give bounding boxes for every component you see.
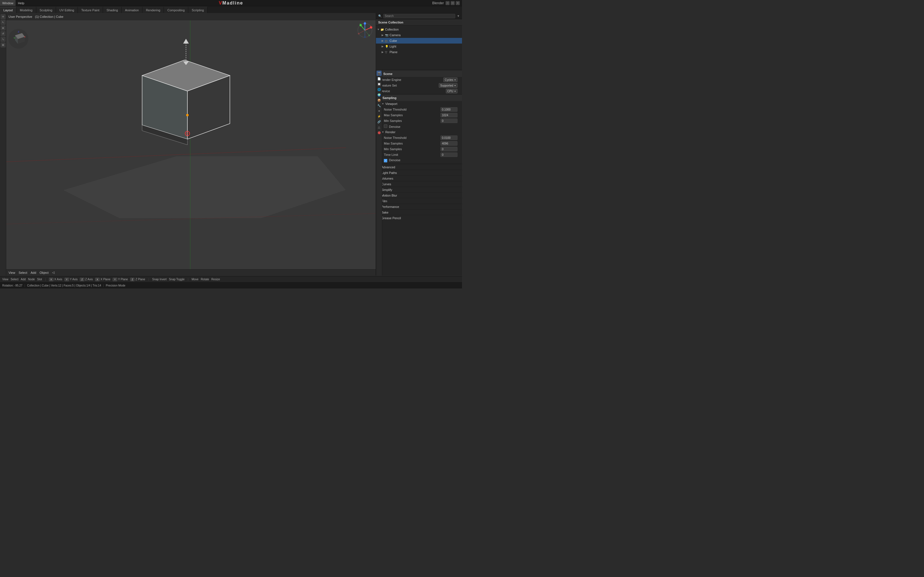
tab-rendering[interactable]: Rendering	[142, 7, 164, 13]
render-engine-row: Render Engine Cycles ▼	[376, 77, 462, 82]
y-plane-key[interactable]: Y	[113, 278, 117, 281]
cursor-tool[interactable]: ✛	[0, 14, 6, 19]
feature-set-row: Feature Set Supported ▼	[376, 82, 462, 88]
render-denoise-checkbox[interactable]: ✓	[384, 159, 387, 162]
collapse-arrow[interactable]: ◁	[52, 271, 54, 274]
curves-label: Curves	[381, 182, 391, 186]
rotate-tool[interactable]: ↺	[0, 31, 6, 36]
tree-item-collection[interactable]: ▼ 📁 Collection	[376, 27, 462, 32]
prop-icon-render[interactable]: 🎬	[376, 71, 381, 76]
film-section[interactable]: ▶ Film	[376, 198, 462, 204]
prop-icon-view-layer[interactable]: 🔲	[376, 81, 381, 87]
keymap-snap-invert: Snap Invert	[152, 278, 167, 281]
grease-pencil-section[interactable]: ▶ Grease Pencil	[376, 215, 462, 221]
tab-sculpting[interactable]: Sculpting	[36, 7, 56, 13]
prop-icon-world[interactable]: 🌍	[376, 92, 381, 97]
tab-animation[interactable]: Animation	[122, 7, 143, 13]
motion-blur-section[interactable]: ▶ Motion Blur	[376, 192, 462, 198]
viewport-3d[interactable]: X Y Z	[6, 20, 376, 276]
render-denoise-row[interactable]: ✓ Denoise	[380, 158, 462, 163]
camera-label: Camera	[389, 33, 401, 37]
viewport-collection: (1) Collection | Cube	[35, 15, 63, 18]
simplify-label: Simplify	[381, 188, 393, 192]
light-paths-section[interactable]: ▶ Light Paths	[376, 170, 462, 176]
object-menu[interactable]: Object	[40, 271, 49, 274]
menu-help[interactable]: Help	[16, 0, 27, 6]
simplify-section[interactable]: ▶ Simplify	[376, 187, 462, 192]
prop-icon-output[interactable]: 📄	[376, 76, 381, 81]
tab-shading[interactable]: Shading	[103, 7, 121, 13]
x-plane-key[interactable]: X	[95, 278, 100, 281]
prop-icon-scene[interactable]: 🌐	[376, 87, 381, 92]
device-dropdown[interactable]: CPU ▼	[446, 89, 457, 93]
viewport-denoise-checkbox[interactable]	[384, 124, 387, 128]
top-menubar: Window Help VMadline Blender ─ □ ×	[0, 0, 462, 6]
tab-layout[interactable]: Layout	[0, 7, 16, 13]
prop-icon-object-data[interactable]: △	[376, 124, 381, 129]
bake-section[interactable]: ▶ Bake	[376, 209, 462, 215]
cube-icon: ◻	[385, 39, 389, 42]
select-tool[interactable]: ↖	[0, 20, 6, 25]
viewport-min-samples-input[interactable]	[441, 119, 457, 123]
advanced-section[interactable]: ▶ Advanced	[376, 164, 462, 170]
viewport-max-samples-input[interactable]	[441, 113, 457, 118]
menu-window[interactable]: Window	[0, 0, 16, 6]
select-menu[interactable]: Select	[19, 271, 27, 274]
z-plane-key[interactable]: Z	[130, 278, 135, 281]
minimize-button[interactable]: ─	[446, 1, 449, 5]
render-denoise-label: ✓ Denoise	[384, 158, 400, 162]
tab-modeling[interactable]: Modeling	[16, 7, 36, 13]
x-key[interactable]: X	[49, 278, 53, 281]
z-key[interactable]: Z	[80, 278, 84, 281]
viewport-sub-header[interactable]: ▼ Viewport	[380, 101, 462, 106]
render-engine-dropdown[interactable]: Cycles ▼	[443, 77, 457, 82]
tree-item-plane[interactable]: ▶ ▽ Plane	[376, 49, 462, 55]
viewport-denoise-row[interactable]: Denoise	[380, 124, 462, 129]
sampling-section-header[interactable]: ▼ Sampling	[376, 95, 462, 101]
volumes-section[interactable]: ▶ Volumes	[376, 176, 462, 181]
tree-item-camera[interactable]: ▶ 📷 Camera	[376, 32, 462, 38]
move-tool[interactable]: ⊕	[0, 26, 6, 31]
render-sub-header[interactable]: ▼ Render	[380, 129, 462, 135]
close-button[interactable]: ×	[456, 1, 460, 5]
add-menu[interactable]: Add	[31, 271, 36, 274]
tab-scripting[interactable]: Scripting	[188, 7, 207, 13]
prop-icon-physics[interactable]: ⚡	[376, 114, 381, 119]
prop-icon-constraints[interactable]: 🔗	[376, 119, 381, 124]
tab-compositing[interactable]: Compositing	[164, 7, 188, 13]
view-gizmo[interactable]: X Y Z	[356, 22, 373, 39]
grease-pencil-label: Grease Pencil	[381, 216, 401, 220]
render-time-limit-input[interactable]	[441, 152, 457, 157]
scale-tool[interactable]: ⤡	[0, 37, 6, 42]
tree-item-light[interactable]: ▶ 💡 Light	[376, 44, 462, 49]
render-engine-label: Render Engine	[380, 78, 401, 81]
cube-arrow: ▶	[381, 39, 385, 42]
prop-icon-object[interactable]: 📦	[376, 98, 381, 103]
curves-section[interactable]: ▶ Curves	[376, 181, 462, 187]
render-max-samples-input[interactable]	[441, 141, 457, 146]
render-noise-threshold-input[interactable]	[441, 135, 457, 140]
outliner-filter-icon[interactable]: ▼	[457, 15, 460, 18]
tab-texture-paint[interactable]: Texture Paint	[78, 7, 103, 13]
prop-icon-modifier[interactable]: 🔧	[376, 103, 381, 108]
maximize-button[interactable]: □	[451, 1, 455, 5]
render-min-samples-input[interactable]	[441, 147, 457, 152]
feature-set-dropdown[interactable]: Supported ▼	[439, 83, 457, 88]
prop-icon-material[interactable]: ⬤	[376, 130, 381, 135]
performance-section[interactable]: ▶ Performance	[376, 204, 462, 209]
workspace-tabs: Layout Modeling Sculpting UV Editing Tex…	[0, 6, 462, 13]
device-row: Device CPU ▼	[376, 88, 462, 94]
prop-icon-particles[interactable]: ✦	[376, 108, 381, 113]
viewport-noise-threshold-input[interactable]	[441, 107, 457, 112]
keymap-xaxis: X X Axis	[49, 278, 62, 281]
outliner-search[interactable]: Search	[383, 14, 455, 18]
light-label: Light	[389, 45, 396, 48]
viewport[interactable]: User Perspective (1) Collection | Cube	[6, 13, 376, 276]
view-menu[interactable]: View	[8, 271, 15, 274]
transform-tool[interactable]: ⊞	[0, 42, 6, 48]
y-key[interactable]: Y	[65, 278, 69, 281]
tab-uv-editing[interactable]: UV Editing	[56, 7, 78, 13]
nav-gizmo[interactable]: X Y Z	[8, 29, 28, 48]
tree-item-cube[interactable]: ▶ ◻ Cube	[376, 38, 462, 44]
top-right-controls: Blender ─ □ ×	[432, 0, 460, 6]
